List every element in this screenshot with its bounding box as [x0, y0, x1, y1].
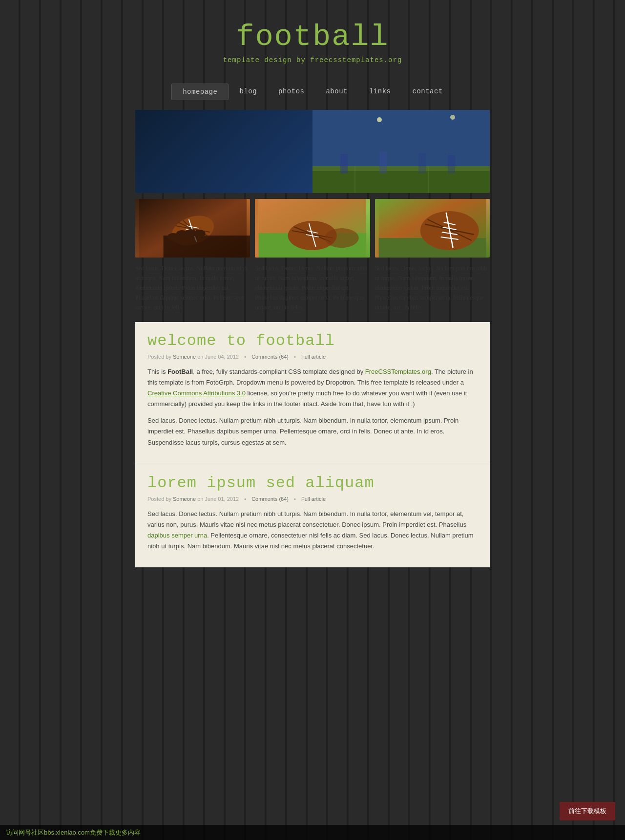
svg-rect-15 [178, 138, 220, 146]
svg-point-56 [325, 228, 359, 248]
post-1-para-1: This is FootBall, a free, fully standard… [147, 366, 478, 409]
col-image-3 [375, 199, 490, 258]
col-image-2 [255, 199, 370, 258]
post-2-full-article[interactable]: Full article [301, 496, 326, 502]
site-subtitle: template design by freecsstemplates.org [132, 56, 493, 64]
post-2-meta: Posted by Someone on June 01, 2012 • Com… [147, 496, 478, 502]
post-1-para-2: Sed lacus. Donec lectus. Nullam pretium … [147, 415, 478, 448]
svg-rect-29 [448, 155, 455, 173]
nav-item-photos[interactable]: photos [268, 84, 315, 100]
svg-rect-14 [182, 139, 216, 166]
freecsstemplates-link[interactable]: FreeCSSTemplates.org [365, 368, 431, 375]
post-1-full-article[interactable]: Full article [301, 354, 326, 360]
svg-rect-17 [216, 142, 227, 161]
cc-link[interactable]: Creative Commons Attributions 3.0 [147, 389, 246, 397]
svg-rect-1 [135, 110, 306, 193]
svg-point-22 [183, 186, 197, 192]
site-title: football [132, 20, 493, 54]
nav-item-blog[interactable]: blog [229, 84, 268, 100]
dapibus-link[interactable]: dapibus semper urna. [147, 532, 209, 539]
post-2: lorem ipsum sed aliquam Posted by Someon… [135, 464, 490, 567]
svg-rect-26 [340, 154, 348, 173]
post-2-comments[interactable]: Comments (64) [251, 496, 289, 502]
nav-item-contact[interactable]: contact [401, 84, 453, 100]
post-1-title: welcome to football [147, 332, 478, 350]
post-1-meta: Posted by Someone on June 04, 2012 • Com… [147, 354, 478, 360]
svg-rect-16 [172, 142, 183, 161]
svg-point-9 [182, 110, 216, 139]
col-text-1: Sed lacus. Donec lectus. Nullam pretium … [135, 263, 250, 312]
nav-item-about[interactable]: about [315, 84, 358, 100]
svg-point-18 [172, 159, 182, 167]
svg-rect-21 [201, 166, 213, 188]
nav-item-homepage[interactable]: homepage [171, 84, 229, 100]
svg-rect-3 [135, 169, 490, 193]
post-2-title: lorem ipsum sed aliquam [147, 474, 478, 492]
footer-watermark: 访问网号社区bbs.xieniao.com免费下载更多内容 [0, 825, 625, 840]
col-text-3: Sed lacus. Donec lectus. Nullam pretium … [375, 263, 490, 312]
col-image-1 [135, 199, 250, 258]
hero-image: 5 [135, 110, 490, 193]
download-button[interactable]: 前往下载模板 [560, 802, 615, 820]
svg-point-19 [216, 159, 226, 167]
svg-point-31 [450, 115, 455, 120]
svg-rect-28 [418, 153, 426, 173]
post-2-para-1: Sed lacus. Donec lectus. Nullam pretium … [147, 509, 478, 552]
svg-rect-20 [184, 166, 196, 188]
svg-rect-24 [182, 148, 216, 151]
svg-point-30 [377, 117, 382, 122]
post-1-author[interactable]: Someone [173, 354, 196, 360]
nav-item-links[interactable]: links [358, 84, 402, 100]
post-1: welcome to football Posted by Someone on… [135, 322, 490, 464]
col-text-2: Sed lacus. Donec lectus. Nullam pretium … [255, 263, 370, 312]
post-2-author[interactable]: Someone [173, 496, 196, 502]
post-1-comments[interactable]: Comments (64) [251, 354, 289, 360]
svg-point-23 [200, 186, 214, 192]
svg-rect-10 [184, 127, 196, 137]
svg-text:5: 5 [195, 152, 199, 160]
svg-rect-27 [379, 151, 387, 173]
svg-point-46 [194, 230, 206, 237]
svg-rect-4 [135, 166, 490, 171]
